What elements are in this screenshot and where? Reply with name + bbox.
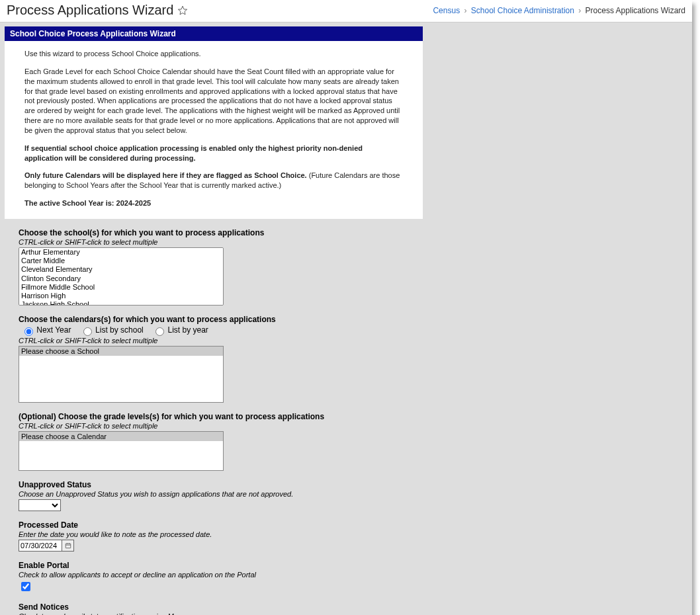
- processed-date-label: Processed Date: [19, 520, 418, 530]
- breadcrumb-census[interactable]: Census: [433, 6, 460, 15]
- unapproved-block: Unapproved Status Choose an Unapproved S…: [19, 480, 418, 511]
- page-title-text: Process Applications Wizard: [7, 3, 173, 18]
- breadcrumb-school-choice-admin[interactable]: School Choice Administration: [471, 6, 574, 15]
- school-option[interactable]: Harrison High: [19, 292, 223, 300]
- intro-future: Only future Calendars will be displayed …: [24, 171, 403, 190]
- processed-date-input[interactable]: [19, 540, 62, 552]
- school-option[interactable]: Jackson High School: [19, 300, 223, 306]
- radio-list-by-school[interactable]: [83, 327, 92, 336]
- svg-marker-0: [179, 6, 187, 15]
- chevron-right-icon: ›: [462, 6, 468, 15]
- intro-active-year: The active School Year is: 2024-2025: [24, 198, 403, 208]
- intro-sequential: If sequential school choice application …: [24, 144, 403, 163]
- breadcrumb: Census › School Choice Administration › …: [433, 6, 685, 15]
- send-notices-block: Send Notices Check to send email status …: [19, 602, 418, 615]
- grades-block: (Optional) Choose the grade levels(s) fo…: [19, 412, 418, 471]
- grades-select[interactable]: Please choose a Calendar: [19, 431, 224, 471]
- calendar-radio-row: Next Year List by school List by year: [21, 325, 418, 336]
- radio-list-by-year[interactable]: [155, 327, 164, 336]
- send-notices-hint: Check to send email status notifications…: [19, 612, 418, 615]
- favorite-star-icon[interactable]: [177, 5, 188, 16]
- send-notices-label: Send Notices: [19, 602, 418, 612]
- calendar-picker-icon[interactable]: [62, 540, 74, 552]
- calendars-label: Choose the calendars(s) for which you wa…: [19, 315, 418, 324]
- grades-hint: CTRL-click or SHIFT-click to select mult…: [19, 422, 418, 430]
- calendars-hint: CTRL-click or SHIFT-click to select mult…: [19, 337, 418, 345]
- schools-select[interactable]: Arthur ElementaryCarter MiddleCleveland …: [19, 247, 224, 306]
- unapproved-hint: Choose an Unapproved Status you wish to …: [19, 490, 418, 498]
- calendars-select[interactable]: Please choose a School: [19, 346, 224, 403]
- school-option[interactable]: Carter Middle: [19, 257, 223, 265]
- processed-date-block: Processed Date Enter the date you would …: [19, 520, 418, 552]
- grades-label: (Optional) Choose the grade levels(s) fo…: [19, 412, 418, 421]
- schools-hint: CTRL-click or SHIFT-click to select mult…: [19, 238, 418, 246]
- school-option[interactable]: Clinton Secondary: [19, 274, 223, 283]
- grades-placeholder: Please choose a Calendar: [19, 432, 223, 441]
- schools-label: Choose the school(s) for which you want …: [19, 228, 418, 237]
- unapproved-label: Unapproved Status: [19, 480, 418, 489]
- calendars-block: Choose the calendars(s) for which you wa…: [19, 315, 418, 403]
- enable-portal-hint: Check to allow applicants to accept or d…: [19, 571, 418, 579]
- radio-next-year-label[interactable]: Next Year: [21, 325, 73, 335]
- enable-portal-block: Enable Portal Check to allow applicants …: [19, 561, 418, 593]
- unapproved-select[interactable]: [19, 499, 61, 511]
- form-body: Choose the school(s) for which you want …: [0, 219, 418, 615]
- intro-future-bold: Only future Calendars will be displayed …: [24, 171, 307, 179]
- intro-p2: Each Grade Level for each School Choice …: [24, 67, 403, 136]
- radio-next-year[interactable]: [24, 327, 33, 336]
- top-bar: Process Applications Wizard Census › Sch…: [0, 0, 692, 22]
- school-option[interactable]: Arthur Elementary: [19, 248, 223, 257]
- wizard-panel: School Choice Process Applications Wizar…: [5, 26, 423, 219]
- radio-list-by-year-label[interactable]: List by year: [152, 325, 208, 335]
- school-option[interactable]: Fillmore Middle School: [19, 283, 223, 292]
- chevron-right-icon: ›: [576, 6, 583, 15]
- page-title: Process Applications Wizard: [7, 3, 188, 18]
- svg-rect-1: [66, 544, 71, 548]
- schools-block: Choose the school(s) for which you want …: [19, 228, 418, 306]
- enable-portal-label: Enable Portal: [19, 561, 418, 570]
- radio-list-by-school-label[interactable]: List by school: [80, 325, 146, 335]
- panel-header: School Choice Process Applications Wizar…: [5, 26, 423, 41]
- processed-date-hint: Enter the date you would like to note as…: [19, 530, 418, 538]
- breadcrumb-current: Process Applications Wizard: [586, 6, 685, 15]
- enable-portal-checkbox[interactable]: [21, 582, 30, 591]
- school-option[interactable]: Cleveland Elementary: [19, 265, 223, 274]
- calendars-placeholder: Please choose a School: [19, 347, 223, 356]
- intro-text: Use this wizard to process School Choice…: [5, 41, 423, 219]
- intro-p1: Use this wizard to process School Choice…: [24, 49, 403, 59]
